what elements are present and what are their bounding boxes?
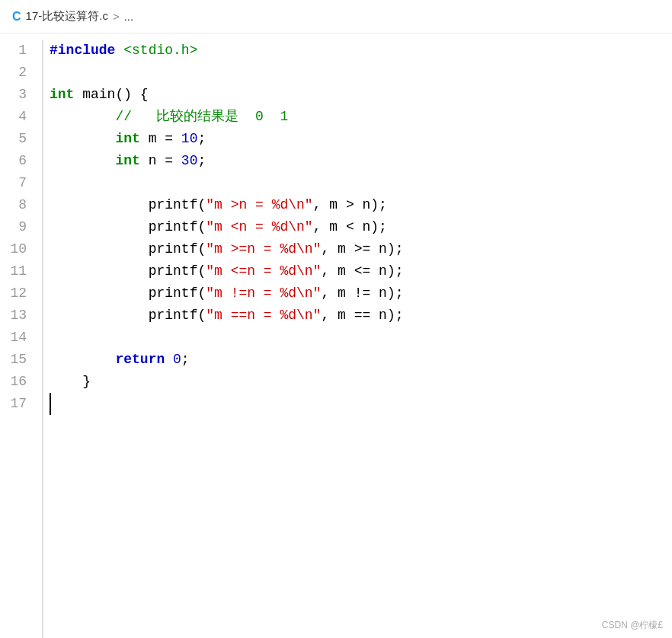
code-line-12: printf("m !=n = %d\n", m != n); xyxy=(50,282,672,305)
printf-11: printf( xyxy=(149,260,206,282)
text-cursor xyxy=(50,393,59,415)
code-line-7 xyxy=(50,172,672,194)
line-num-15: 15 xyxy=(9,349,33,371)
watermark: CSDN @柠檬£ xyxy=(602,619,663,632)
comment-line4: // 比较的结果是 0 1 xyxy=(115,106,288,128)
semi-5: ; xyxy=(197,128,206,150)
main-decl: main() { xyxy=(74,84,148,106)
code-line-17 xyxy=(50,393,672,415)
code-line-15: return 0; xyxy=(50,349,672,371)
code-line-3: int main() { xyxy=(50,84,672,106)
code-line-16: } xyxy=(50,371,672,393)
keyword-return: return xyxy=(115,349,165,371)
line-num-9: 9 xyxy=(9,216,33,238)
line-num-2: 2 xyxy=(9,62,33,84)
code-line-5: int m = 10; xyxy=(50,128,672,150)
editor-container: C 17-比较运算符.c > ... 1 2 3 4 5 6 7 8 9 10 … xyxy=(0,0,672,638)
line-num-3: 3 xyxy=(9,84,33,106)
code-line-11: printf("m <=n = %d\n", m <= n); xyxy=(50,260,672,282)
keyword-include: #include xyxy=(50,40,115,62)
n-assign: n = xyxy=(140,150,181,172)
breadcrumb-rest: ... xyxy=(124,10,134,23)
str-11: "m <=n = %d\n" xyxy=(206,260,321,282)
c-language-icon: C xyxy=(12,10,21,24)
indent8-11 xyxy=(50,260,149,282)
printf-13: printf( xyxy=(149,305,206,327)
line-numbers: 1 2 3 4 5 6 7 8 9 10 11 12 13 14 15 16 1… xyxy=(0,40,42,638)
indent4-15 xyxy=(50,349,115,371)
indent4 xyxy=(50,106,115,128)
code-line-2 xyxy=(50,62,672,84)
line-num-8: 8 xyxy=(9,194,33,216)
printf-10: printf( xyxy=(149,238,206,260)
num-10: 10 xyxy=(181,128,198,150)
printf-8: printf( xyxy=(149,194,206,216)
breadcrumb-bar: C 17-比较运算符.c > ... xyxy=(0,0,672,33)
code-line-14 xyxy=(50,327,672,349)
args-8: , m > n); xyxy=(313,194,387,216)
str-9: "m <n = %d\n" xyxy=(206,216,312,238)
line-num-12: 12 xyxy=(9,282,33,305)
indent4-5 xyxy=(50,128,115,150)
args-12: , m != n); xyxy=(321,282,403,305)
num-0: 0 xyxy=(173,349,181,371)
indent8-12 xyxy=(50,282,149,305)
code-line-13: printf("m ==n = %d\n", m == n); xyxy=(50,305,672,327)
line-num-4: 4 xyxy=(9,106,33,128)
line-num-10: 10 xyxy=(9,238,33,260)
code-line-9: printf("m <n = %d\n", m < n); xyxy=(50,216,672,238)
closing-brace: } xyxy=(82,371,91,393)
line-num-17: 17 xyxy=(9,393,33,415)
line-num-16: 16 xyxy=(9,371,33,393)
m-assign: m = xyxy=(140,128,181,150)
indent8-9 xyxy=(50,216,149,238)
line-num-6: 6 xyxy=(9,150,33,172)
args-13: , m == n); xyxy=(321,305,403,327)
space xyxy=(115,40,123,62)
line-num-5: 5 xyxy=(9,128,33,150)
semi-6: ; xyxy=(197,150,206,172)
indent4-6 xyxy=(50,150,115,172)
keyword-int-n: int xyxy=(115,150,139,172)
args-11: , m <= n); xyxy=(321,260,403,282)
code-line-8: printf("m >n = %d\n", m > n); xyxy=(50,194,672,216)
line-num-1: 1 xyxy=(9,40,33,62)
line-num-7: 7 xyxy=(9,172,33,194)
keyword-int-m: int xyxy=(115,128,139,150)
printf-12: printf( xyxy=(149,282,206,305)
str-13: "m ==n = %d\n" xyxy=(206,305,321,327)
str-8: "m >n = %d\n" xyxy=(206,194,312,216)
return-val xyxy=(165,349,173,371)
line-num-14: 14 xyxy=(9,327,33,349)
code-line-1: #include <stdio.h> xyxy=(50,40,672,62)
code-area: 1 2 3 4 5 6 7 8 9 10 11 12 13 14 15 16 1… xyxy=(0,33,672,638)
breadcrumb-separator: > xyxy=(113,10,120,23)
code-line-10: printf("m >=n = %d\n", m >= n); xyxy=(50,238,672,260)
num-30: 30 xyxy=(181,150,198,172)
indent8-13 xyxy=(50,305,149,327)
printf-9: printf( xyxy=(149,216,206,238)
indent8-10 xyxy=(50,238,149,260)
keyword-int-main: int xyxy=(50,84,74,106)
breadcrumb-filename: 17-比较运算符.c xyxy=(26,9,108,24)
indent4-16 xyxy=(50,371,82,393)
indent8-8 xyxy=(50,194,149,216)
str-12: "m !=n = %d\n" xyxy=(206,282,321,305)
args-10: , m >= n); xyxy=(321,238,403,260)
include-header: <stdio.h> xyxy=(123,40,197,62)
semi-15: ; xyxy=(181,349,190,371)
args-9: , m < n); xyxy=(313,216,387,238)
code-line-4: // 比较的结果是 0 1 xyxy=(50,106,672,128)
line-num-13: 13 xyxy=(9,305,33,327)
line-num-11: 11 xyxy=(9,260,33,282)
code-line-6: int n = 30; xyxy=(50,150,672,172)
str-10: "m >=n = %d\n" xyxy=(206,238,321,260)
code-lines[interactable]: #include <stdio.h> int main() { // 比较的结果… xyxy=(42,40,672,638)
